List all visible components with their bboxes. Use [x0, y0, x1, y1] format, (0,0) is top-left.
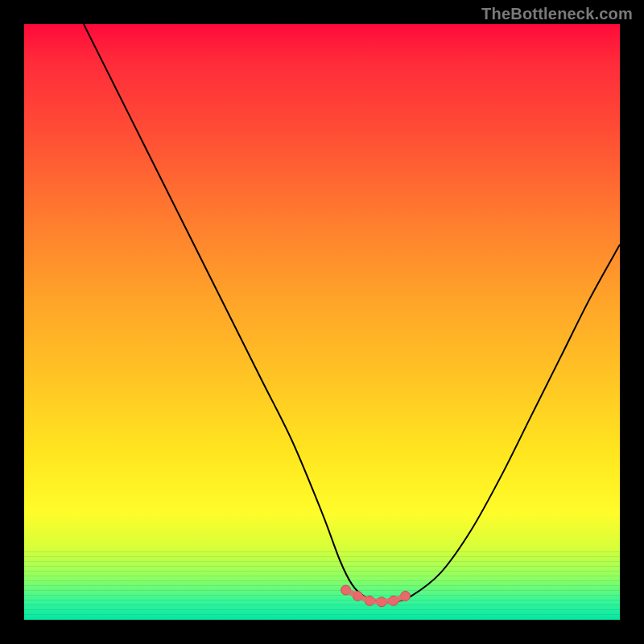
plot-area [24, 24, 620, 620]
chart-frame: TheBottleneck.com [0, 0, 644, 644]
curve-svg [24, 24, 620, 620]
watermark-text: TheBottleneck.com [481, 5, 633, 23]
bottleneck-curve [84, 24, 620, 603]
